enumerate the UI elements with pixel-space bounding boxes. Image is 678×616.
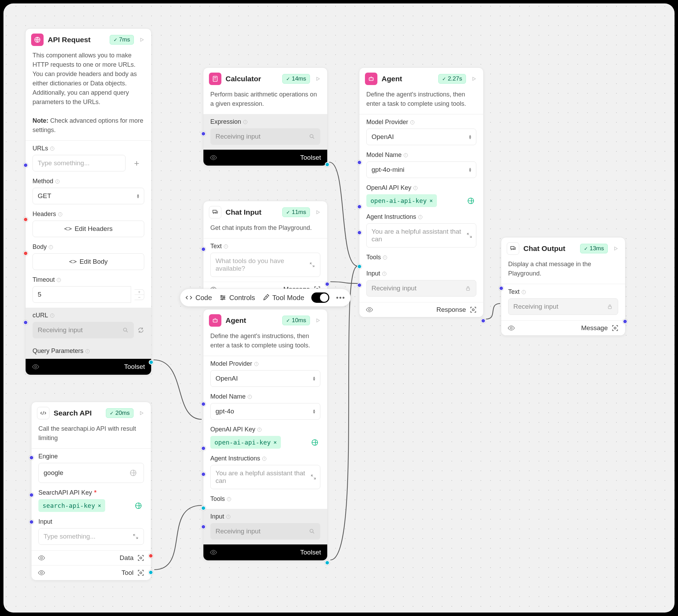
port[interactable]: [23, 217, 28, 222]
visibility-icon[interactable]: [32, 363, 39, 371]
port-out[interactable]: [149, 360, 154, 365]
port[interactable]: [29, 493, 34, 497]
toolmode-toggle[interactable]: [311, 292, 329, 303]
timeout-stepper[interactable]: +−: [135, 289, 144, 300]
info-icon[interactable]: i: [262, 457, 266, 461]
port[interactable]: [23, 251, 28, 256]
timeout-input[interactable]: 5: [33, 286, 131, 303]
engine-input[interactable]: google: [38, 463, 144, 483]
info-icon[interactable]: i: [522, 290, 526, 294]
run-button[interactable]: [138, 409, 145, 417]
info-icon[interactable]: i: [254, 362, 258, 366]
node-chat-input[interactable]: Chat Input 11ms Get chat inputs from the…: [203, 201, 328, 297]
provider-select[interactable]: OpenAI▴▾: [366, 129, 476, 145]
info-icon[interactable]: i: [50, 147, 54, 151]
instructions-input[interactable]: You are a helpful assistant that can: [366, 223, 476, 248]
visibility-icon[interactable]: [210, 154, 217, 161]
port[interactable]: [357, 283, 362, 288]
port[interactable]: [201, 247, 206, 252]
run-button[interactable]: [138, 36, 146, 44]
model-select[interactable]: gpt-4o▴▾: [210, 403, 320, 420]
port[interactable]: [201, 472, 206, 477]
toolbar-code[interactable]: Code: [185, 294, 212, 302]
globe-button[interactable]: [309, 437, 320, 448]
port-out[interactable]: [325, 282, 330, 287]
port[interactable]: [357, 230, 362, 235]
expression-input[interactable]: Receiving input: [210, 128, 320, 145]
agent-input[interactable]: Receiving input: [366, 280, 476, 297]
scan-icon[interactable]: [611, 324, 619, 332]
scan-icon[interactable]: [137, 569, 145, 577]
port[interactable]: [23, 163, 28, 168]
port[interactable]: [201, 402, 206, 407]
node-agent-primary[interactable]: Agent 2.27s Define the agent's instructi…: [359, 67, 484, 317]
run-button[interactable]: [314, 208, 322, 216]
port[interactable]: [29, 455, 34, 460]
visibility-icon[interactable]: [38, 569, 45, 577]
text-input[interactable]: What tools do you have available?: [210, 253, 320, 277]
remove-chip-icon[interactable]: ×: [430, 197, 433, 204]
port-out[interactable]: [148, 553, 153, 558]
port-out[interactable]: [325, 560, 330, 565]
info-icon[interactable]: i: [382, 272, 386, 276]
port[interactable]: [201, 506, 206, 511]
info-icon[interactable]: i: [243, 120, 247, 124]
visibility-icon[interactable]: [210, 549, 217, 556]
workflow-canvas[interactable]: API Request 7ms This component allows yo…: [3, 3, 675, 613]
info-icon[interactable]: i: [404, 153, 408, 157]
info-icon[interactable]: i: [410, 120, 414, 124]
toolbar-controls[interactable]: Controls: [219, 294, 255, 302]
api-key-chip[interactable]: search-api-key×: [38, 499, 105, 512]
model-select[interactable]: gpt-4o-mini▴▾: [366, 161, 476, 178]
visibility-icon[interactable]: [507, 324, 515, 332]
info-icon[interactable]: i: [58, 212, 62, 216]
remove-chip-icon[interactable]: ×: [98, 502, 101, 509]
info-icon[interactable]: i: [224, 244, 228, 249]
info-icon[interactable]: i: [50, 314, 54, 318]
port-out[interactable]: [623, 319, 627, 324]
info-icon[interactable]: i: [383, 255, 387, 260]
visibility-icon[interactable]: [38, 554, 45, 562]
edit-headers-button[interactable]: <>Edit Headers: [33, 221, 144, 237]
info-icon[interactable]: i: [413, 186, 418, 190]
urls-input[interactable]: Type something...: [33, 155, 126, 171]
info-icon[interactable]: i: [257, 428, 262, 432]
info-icon[interactable]: i: [227, 497, 231, 501]
info-icon[interactable]: i: [248, 395, 252, 399]
port[interactable]: [201, 131, 206, 136]
node-agent-secondary[interactable]: Agent 10ms Define the agent's instructio…: [203, 309, 328, 561]
port[interactable]: [499, 286, 504, 291]
port[interactable]: [201, 524, 206, 529]
port[interactable]: [201, 446, 206, 451]
instructions-input[interactable]: You are a helpful assistant that can: [210, 465, 320, 489]
more-menu[interactable]: •••: [336, 294, 346, 302]
port[interactable]: [357, 264, 362, 269]
run-button[interactable]: [314, 317, 322, 324]
add-url-button[interactable]: +: [129, 156, 144, 171]
scan-icon[interactable]: [137, 554, 145, 562]
info-icon[interactable]: i: [226, 515, 230, 519]
port[interactable]: [29, 520, 34, 524]
text-input[interactable]: Receiving input: [508, 298, 618, 315]
agent-input[interactable]: Receiving input: [210, 523, 320, 540]
info-icon[interactable]: i: [49, 245, 53, 249]
port[interactable]: [23, 320, 28, 325]
port-out[interactable]: [481, 318, 486, 323]
run-button[interactable]: [612, 245, 620, 252]
port-out[interactable]: [148, 570, 153, 575]
info-icon[interactable]: i: [57, 278, 61, 282]
search-input[interactable]: Type something...: [38, 528, 144, 545]
api-key-chip[interactable]: open-ai-api-key×: [210, 436, 281, 449]
globe-button[interactable]: [133, 500, 144, 511]
info-icon[interactable]: i: [55, 179, 59, 184]
port-out[interactable]: [325, 162, 330, 167]
method-select[interactable]: GET▴▾: [33, 188, 144, 204]
provider-select[interactable]: OpenAI▴▾: [210, 370, 320, 387]
visibility-icon[interactable]: [366, 306, 373, 314]
toolbar-toolmode[interactable]: Tool Mode: [262, 294, 304, 302]
edit-body-button[interactable]: <>Edit Body: [33, 253, 144, 270]
node-chat-output[interactable]: Chat Output 13ms Display a chat message …: [501, 237, 625, 336]
scan-icon[interactable]: [469, 306, 477, 314]
node-calculator[interactable]: Calculator 14ms Perform basic arithmetic…: [203, 67, 328, 166]
refresh-icon[interactable]: [137, 327, 144, 334]
